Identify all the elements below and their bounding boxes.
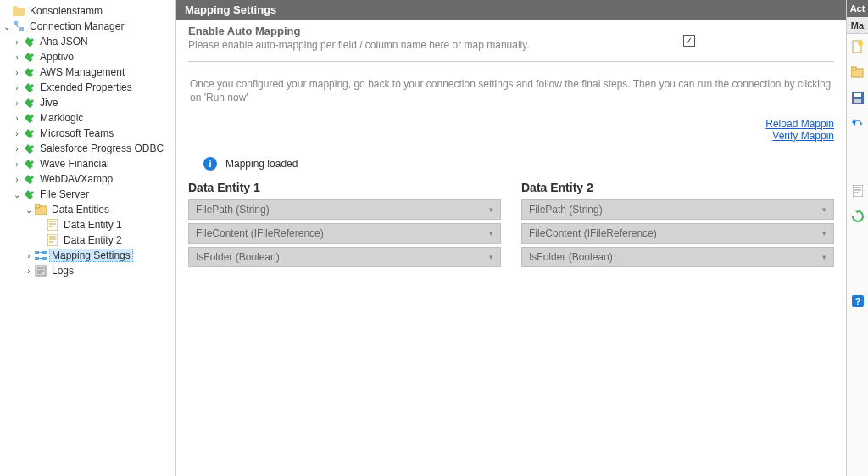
open-icon[interactable] — [849, 64, 866, 81]
tree-connection-label: WebDAVXampp — [37, 172, 115, 186]
entity-icon — [46, 233, 59, 247]
tree-connection-5[interactable]: ›Marklogic — [0, 110, 175, 126]
tree-connection-label: Jive — [37, 96, 60, 109]
plugin-icon — [22, 35, 36, 48]
chevron-right-icon[interactable]: › — [12, 98, 22, 108]
entity1-field-select-1[interactable]: FileContent (IFileReference)▾ — [188, 223, 501, 244]
field-select-label: FilePath (String) — [196, 204, 270, 216]
tree-data-entities[interactable]: ⌄ Data Entities — [0, 202, 175, 217]
chevron-down-icon[interactable]: ⌄ — [24, 205, 34, 215]
svg-rect-2 — [14, 21, 18, 25]
reload-mapping-link[interactable]: Reload Mappin — [198, 118, 834, 130]
entity1-column: Data Entity 1 FilePath (String)▾FileCont… — [188, 179, 501, 271]
info-icon: i — [203, 157, 217, 171]
entity2-field-select-1[interactable]: FileContent (IFileReference)▾ — [521, 223, 834, 244]
chevron-right-icon[interactable]: › — [12, 53, 22, 62]
enable-auto-mapping-checkbox[interactable]: ✓ — [683, 35, 695, 47]
chevron-down-icon[interactable]: ⌄ — [2, 22, 12, 31]
tree-connection-label: Aha JSON — [37, 35, 91, 48]
refresh-icon[interactable] — [849, 208, 866, 225]
svg-rect-9 — [42, 251, 47, 254]
chevron-down-icon[interactable]: ⌄ — [12, 190, 22, 199]
undo-icon[interactable] — [849, 115, 866, 132]
plugin-icon — [22, 157, 36, 171]
action-bar-tab[interactable]: Ma — [847, 17, 868, 34]
svg-rect-18 — [854, 93, 861, 97]
entity2-field-select-2[interactable]: IsFolder (Boolean)▾ — [521, 247, 834, 267]
tree-data-entity-0[interactable]: ›Data Entity 1 — [0, 217, 175, 232]
field-select-label: IsFolder (Boolean) — [529, 251, 613, 263]
chevron-right-icon[interactable]: › — [12, 175, 22, 184]
tree-connection-3[interactable]: ›Extended Properties — [0, 80, 175, 95]
mapping-icon — [34, 249, 47, 262]
chevron-right-icon[interactable]: › — [12, 83, 22, 92]
field-select-label: IsFolder (Boolean) — [196, 251, 280, 263]
tree-connection-7[interactable]: ›Salesforce Progress ODBC — [0, 141, 175, 156]
chevron-right-icon[interactable]: › — [24, 266, 34, 276]
svg-rect-11 — [42, 257, 47, 260]
new-icon[interactable] — [849, 38, 866, 55]
tree-connection-2[interactable]: ›AWS Management — [0, 64, 175, 80]
tree-connection-9[interactable]: ›WebDAVXampp — [0, 171, 175, 187]
chevron-right-icon[interactable]: › — [12, 144, 22, 154]
chevron-right-icon[interactable]: › — [12, 129, 22, 138]
enable-subtitle: Please enable auto-mapping per field / c… — [188, 39, 543, 53]
save-icon[interactable] — [849, 89, 866, 106]
tree-connection-6[interactable]: ›Microsoft Teams — [0, 126, 175, 141]
tree-connection-manager-label: Connection Manager — [27, 20, 126, 33]
mapping-status-row: i Mapping loaded — [203, 157, 834, 171]
main-title: Mapping Settings — [176, 0, 846, 20]
svg-rect-1 — [13, 6, 18, 9]
svg-rect-5 — [35, 204, 40, 208]
tree-connection-1[interactable]: ›Apptivo — [0, 49, 175, 64]
entity2-field-select-0[interactable]: FilePath (String)▾ — [521, 199, 834, 220]
note-icon[interactable] — [849, 182, 866, 199]
tree-connection-label: Marklogic — [37, 111, 86, 125]
chevron-down-icon: ▾ — [822, 253, 826, 261]
plugin-icon — [22, 50, 36, 64]
config-hint: Once you configured your mapping, go bac… — [190, 77, 832, 104]
tree-connection-4[interactable]: ›Jive — [0, 95, 175, 110]
tree-data-entity-label: Data Entity 2 — [61, 233, 125, 247]
field-select-label: FileContent (IFileReference) — [529, 227, 657, 239]
tree-panel: › Konsolenstamm ⌄ Connection Manager ›Ah… — [0, 0, 176, 476]
tree-connection-label: Microsoft Teams — [37, 126, 116, 140]
enable-auto-mapping-row: Enable Auto Mapping Please enable auto-m… — [188, 25, 834, 62]
mapping-status-text: Mapping loaded — [225, 158, 298, 170]
tree-root[interactable]: › Konsolenstamm — [0, 3, 175, 19]
tree-data-entity-1[interactable]: ›Data Entity 2 — [0, 232, 175, 248]
entity1-field-select-2[interactable]: IsFolder (Boolean)▾ — [188, 247, 501, 267]
tree-logs-label: Logs — [49, 264, 76, 277]
chevron-down-icon: ▾ — [489, 253, 493, 261]
chevron-right-icon[interactable]: › — [24, 251, 34, 260]
tree-file-server[interactable]: ⌄ File Server — [0, 187, 175, 202]
svg-rect-7 — [47, 234, 58, 246]
chevron-right-icon[interactable]: › — [12, 160, 22, 169]
chevron-right-icon[interactable]: › — [12, 37, 22, 47]
plugin-icon — [22, 126, 36, 140]
tree-root-label: Konsolenstamm — [27, 4, 105, 18]
tree-connection-0[interactable]: ›Aha JSON — [0, 34, 175, 49]
help-icon[interactable]: ? — [849, 293, 866, 310]
tree-connection-manager[interactable]: ⌄ Connection Manager — [0, 19, 175, 34]
chevron-down-icon: ▾ — [822, 205, 826, 214]
plugin-icon — [22, 142, 36, 155]
entity1-title: Data Entity 1 — [188, 181, 501, 194]
tree-connection-label: AWS Management — [37, 65, 127, 79]
svg-point-14 — [858, 41, 863, 46]
verify-mapping-link[interactable]: Verify Mappin — [772, 130, 834, 142]
chevron-right-icon[interactable]: › — [12, 114, 22, 123]
plugin-icon — [22, 96, 36, 109]
svg-rect-19 — [854, 99, 861, 103]
svg-text:?: ? — [854, 296, 860, 306]
connection-manager-icon — [12, 20, 25, 33]
svg-rect-16 — [851, 67, 856, 70]
entity1-field-select-0[interactable]: FilePath (String)▾ — [188, 199, 501, 220]
chevron-blank-icon: › — [2, 7, 12, 16]
tree-connection-8[interactable]: ›Wave Financial — [0, 156, 175, 171]
tree-connection-label: Apptivo — [37, 50, 76, 64]
plugin-icon — [22, 188, 36, 201]
chevron-right-icon[interactable]: › — [12, 68, 22, 77]
tree-logs[interactable]: › Logs — [0, 263, 175, 278]
tree-mapping-settings[interactable]: › Mapping Settings — [0, 248, 175, 263]
